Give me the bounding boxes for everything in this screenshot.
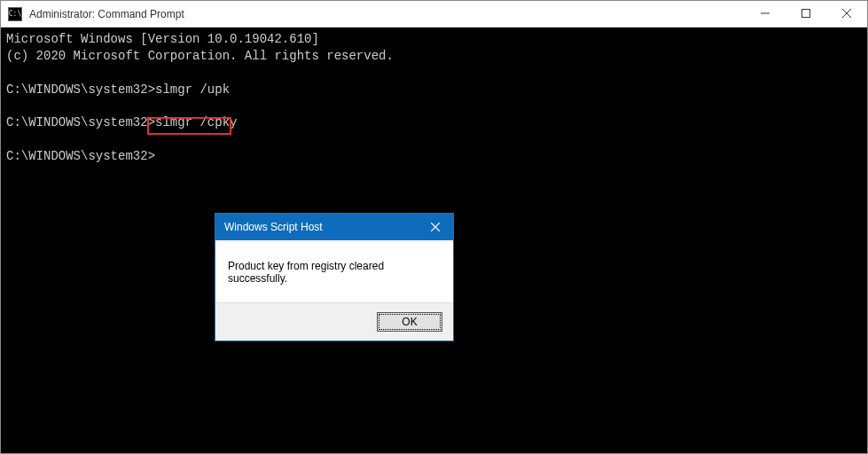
dialog-title: Windows Script Host xyxy=(224,221,418,233)
close-button[interactable] xyxy=(826,1,867,27)
console-prompt: C:\WINDOWS\system32> xyxy=(6,115,155,129)
console-line: Microsoft Windows [Version 10.0.19042.61… xyxy=(6,32,319,46)
titlebar[interactable]: C:\ Administrator: Command Prompt xyxy=(1,1,867,27)
window-title: Administrator: Command Prompt xyxy=(29,8,745,20)
dialog-close-button[interactable] xyxy=(418,214,453,240)
svg-rect-1 xyxy=(802,9,810,17)
minimize-icon xyxy=(761,9,770,20)
dialog-message: Product key from registry cleared succes… xyxy=(215,240,453,302)
close-icon xyxy=(842,9,851,20)
dialog-footer: OK xyxy=(215,302,453,340)
window-controls xyxy=(745,1,867,27)
script-host-dialog: Windows Script Host Product key from reg… xyxy=(215,213,454,341)
ok-button[interactable]: OK xyxy=(377,312,442,332)
console-command: slmgr /cpky xyxy=(155,115,237,129)
cmd-icon: C:\ xyxy=(8,7,22,21)
console-command: slmgr /upk xyxy=(155,82,230,97)
maximize-icon xyxy=(802,9,810,20)
console-line: (c) 2020 Microsoft Corporation. All righ… xyxy=(6,49,394,63)
maximize-button[interactable] xyxy=(786,1,826,27)
close-icon xyxy=(431,221,440,234)
dialog-titlebar[interactable]: Windows Script Host xyxy=(215,214,453,240)
minimize-button[interactable] xyxy=(745,1,786,27)
console-prompt: C:\WINDOWS\system32> xyxy=(6,82,155,97)
console-prompt: C:\WINDOWS\system32> xyxy=(6,149,155,163)
